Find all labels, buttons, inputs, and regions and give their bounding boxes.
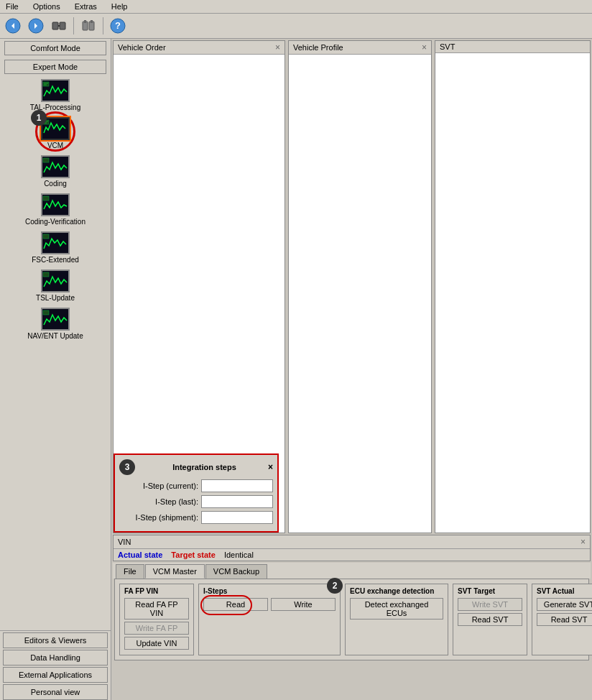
menu-file[interactable]: File [3,1,22,11]
external-applications-button[interactable]: External Applications [3,667,108,683]
content-area: Vehicle Order × 3 Integration steps × I- [111,39,592,700]
menu-options[interactable]: Options [30,1,63,11]
connect-icon [51,18,67,34]
toolbar-separator2 [103,17,103,34]
editors-viewers-button[interactable]: Editors & Viewers [3,632,108,648]
write-button[interactable]: Write [271,598,336,611]
svg-rect-26 [43,196,49,201]
write-fa-fp-button[interactable]: Write FA FP [124,622,189,635]
i-step-last-label: I-Step (last): [119,497,198,506]
update-vin-button[interactable]: Update VIN [124,637,189,650]
sidebar-item-tsl-update[interactable]: TSL-Update [0,267,111,305]
badge-2: 2 [327,578,343,594]
integration-steps-box: 3 Integration steps × I-Step (current): … [114,453,279,533]
vin-panel-close[interactable]: × [581,537,586,547]
i-step-last-input[interactable] [201,495,273,508]
tab-area: File VCM Master VCM Backup FA FP VIN Rea… [113,563,591,662]
svg-rect-12 [91,20,93,23]
connect-button[interactable] [49,16,69,36]
svg-rect-28 [43,234,49,239]
badge-1: 1 [31,110,47,126]
svt-actual-group-title: SVT Actual [537,587,592,595]
i-steps-group-title: I-Steps [203,587,336,595]
vcm-label: VCM [47,142,63,149]
ecu-exchange-group-title: ECU exchange detection [350,587,443,595]
nav-ent-update-label: NAV/ENT Update [27,332,83,340]
groups-row: FA FP VIN Read FA FP VIN Write FA FP Upd… [119,584,584,655]
write-svt-button[interactable]: Write SVT [458,598,522,611]
menu-extras[interactable]: Extras [72,1,100,11]
expert-mode-button[interactable]: Expert Mode [4,60,106,74]
read-button[interactable]: Read [203,598,268,611]
coding-icon [41,155,70,178]
toolbar: ? [0,14,592,39]
i-step-shipment-label: I-Step (shipment): [119,513,198,522]
svt-title: SVT [440,42,455,51]
tab-vcm-backup[interactable]: VCM Backup [205,564,267,579]
main-container: Comfort Mode Expert Mode TAL-Processing … [0,39,592,700]
sidebar-item-nav-ent-update[interactable]: NAV/ENT Update [0,305,111,343]
tal-processing-icon [41,79,70,102]
back-button[interactable] [3,16,23,36]
sidebar-item-coding-verification[interactable]: Coding-Verification [0,190,111,229]
vehicle-order-panel: Vehicle Order × 3 Integration steps × I- [113,40,285,533]
sidebar-item-vcm[interactable]: 1 VCM [0,114,111,152]
svg-rect-32 [43,310,49,315]
svg-rect-4 [52,22,58,29]
menu-help[interactable]: Help [108,1,131,11]
vehicle-profile-close[interactable]: × [422,42,427,52]
i-step-current-label: I-Step (current): [119,482,198,490]
tab-file[interactable]: File [116,564,144,579]
read-svt-actual-button[interactable]: Read SVT [537,613,592,626]
vehicle-order-header: Vehicle Order × [114,41,285,55]
forward-button[interactable] [26,16,46,36]
help-button[interactable]: ? [108,16,128,36]
coding-verification-icon [41,193,70,216]
sidebar-spacer [0,343,111,630]
tab-vcm-master[interactable]: VCM Master [145,564,205,579]
fsc-extended-label: FSC-Extended [32,256,79,264]
sidebar-bottom: Editors & Viewers Data Handling External… [0,630,111,700]
detect-exchanged-ecus-button[interactable]: Detect exchanged ECUs [350,598,443,620]
plugin-icon [80,18,96,34]
sidebar-item-fsc-extended[interactable]: FSC-Extended [0,229,111,267]
svg-text:?: ? [115,20,121,31]
badge-3: 3 [119,459,135,475]
identical-label: Identical [224,551,254,559]
sidebar: Comfort Mode Expert Mode TAL-Processing … [0,39,111,700]
vehicle-order-close[interactable]: × [275,42,280,52]
integration-steps-title: Integration steps [172,463,236,471]
i-step-current-row: I-Step (current): [119,479,273,492]
connect2-button[interactable] [78,16,98,36]
vin-panel-header: VIN × [114,535,590,549]
svg-rect-11 [84,20,86,23]
i-step-shipment-row: I-Step (shipment): [119,511,273,524]
top-panels: Vehicle Order × 3 Integration steps × I- [111,39,592,535]
svg-rect-5 [60,22,65,29]
tsl-update-icon [41,270,70,293]
comfort-mode-button[interactable]: Comfort Mode [4,41,106,55]
toolbar-separator [73,17,74,34]
read-fa-fp-vin-button[interactable]: Read FA FP VIN [124,598,189,620]
svt-panel: SVT [435,40,591,533]
generate-svt-button[interactable]: Generate SVT [537,598,592,611]
read-svt-target-button[interactable]: Read SVT [458,613,522,626]
personal-view-button[interactable]: Personal view [3,684,108,700]
tab-bar: File VCM Master VCM Backup [113,563,591,579]
integration-steps-header: 3 Integration steps × [119,459,273,475]
i-step-current-input[interactable] [201,479,273,492]
sidebar-item-tal-processing[interactable]: TAL-Processing [0,76,111,114]
coding-label: Coding [44,180,67,188]
svt-header: SVT [435,41,590,53]
vin-panel-title: VIN [118,538,131,546]
integration-steps-close-button[interactable]: × [268,462,273,472]
data-handling-button[interactable]: Data Handling [3,650,108,666]
vehicle-profile-panel: Vehicle Profile × [288,40,432,533]
sidebar-item-coding[interactable]: Coding [0,152,111,190]
target-state-label: Target state [171,551,216,559]
menubar: File Options Extras Help [0,0,592,14]
fa-fp-vin-group-title: FA FP VIN [124,587,189,595]
svg-rect-30 [43,272,49,277]
nav-ent-update-icon [41,308,70,331]
i-step-shipment-input[interactable] [201,511,273,524]
